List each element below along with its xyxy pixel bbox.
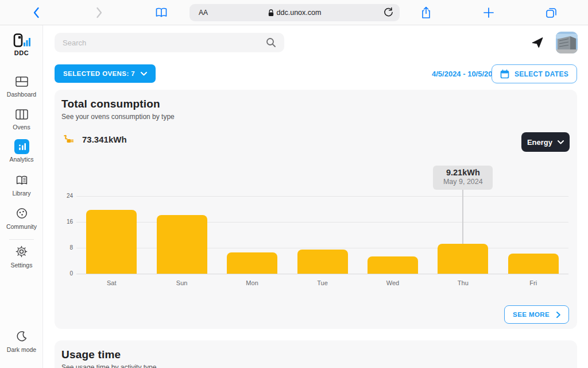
- moon-icon: [14, 329, 29, 344]
- sidebar-label-analytics: Analytics: [0, 156, 43, 163]
- dashboard-icon: [14, 74, 29, 89]
- total-energy-value: 73.341kWh: [82, 135, 127, 144]
- chart-x-label: Wed: [370, 279, 416, 286]
- search-input[interactable]: [63, 39, 266, 47]
- search-icon: [266, 37, 276, 48]
- metric-selector-value: Energy: [527, 138, 552, 147]
- date-range-text: 4/5/2024 - 10/5/2024: [432, 70, 501, 78]
- tabs-overview-icon[interactable]: [543, 0, 559, 25]
- sidebar-divider: [9, 239, 34, 240]
- ovens-icon: [14, 107, 29, 122]
- chart-x-label: Sat: [88, 279, 134, 286]
- sidebar-item-dark-mode[interactable]: Dark mode: [0, 329, 43, 353]
- selected-ovens-button[interactable]: SELECTED OVENS: 7: [55, 64, 156, 83]
- url-text: ddc.unox.com: [277, 9, 322, 17]
- tooltip-date: May 9, 2024: [433, 178, 493, 186]
- sidebar-item-ovens[interactable]: Ovens: [0, 107, 43, 131]
- card-title: Usage time: [61, 348, 121, 361]
- tooltip-line: [462, 190, 463, 244]
- chart-bar-fri[interactable]: [508, 254, 559, 274]
- chart-x-label: Thu: [440, 279, 486, 286]
- browser-toolbar: AA ddc.unox.com: [0, 0, 588, 25]
- chart-y-tick: 16: [59, 218, 73, 225]
- calendar-icon: [500, 70, 509, 79]
- chart-bar-tue[interactable]: [297, 250, 348, 274]
- card-subtitle: See usage time by activity type: [61, 363, 156, 368]
- card-title: Total consumption: [61, 98, 160, 110]
- sidebar-label-community: Community: [0, 223, 43, 230]
- sidebar-label-dark-mode: Dark mode: [0, 346, 43, 353]
- energy-plug-icon: [63, 133, 74, 145]
- tooltip-value: 9.21kWh: [433, 168, 493, 178]
- new-tab-icon[interactable]: [481, 0, 497, 25]
- settings-gear-icon: [14, 244, 29, 259]
- metric-selector-dropdown[interactable]: Energy: [521, 132, 570, 152]
- sidebar-item-dashboard[interactable]: Dashboard: [0, 74, 43, 98]
- back-icon[interactable]: [28, 0, 44, 25]
- chart-bar-wed[interactable]: [368, 256, 418, 274]
- consumption-chart: 9.21kWh May 9, 2024 081624SatSunMonTueWe…: [76, 196, 568, 274]
- chart-bar-sun[interactable]: [157, 215, 207, 274]
- chart-bar-sat[interactable]: [86, 210, 137, 274]
- reader-options-button[interactable]: AA: [199, 9, 208, 17]
- sidebar-item-community[interactable]: Community: [0, 206, 43, 230]
- sidebar: DDC Dashboard Ovens Analytics Library Co…: [0, 25, 43, 368]
- search-bar[interactable]: [55, 33, 284, 52]
- reading-list-icon[interactable]: [153, 0, 169, 25]
- chart-x-label: Sun: [159, 279, 205, 286]
- logo-text: DDC: [0, 49, 43, 56]
- ddc-logo[interactable]: DDC: [0, 33, 43, 56]
- sidebar-label-dashboard: Dashboard: [0, 91, 43, 98]
- chevron-right-icon: [556, 312, 560, 318]
- chart-gridline: [76, 196, 568, 197]
- select-dates-button[interactable]: SELECT DATES: [492, 64, 577, 83]
- share-icon[interactable]: [418, 0, 434, 25]
- chart-y-tick: 24: [59, 193, 73, 199]
- chart-x-label: Fri: [510, 279, 556, 286]
- lock-icon: [268, 9, 274, 17]
- chart-tooltip: 9.21kWh May 9, 2024: [433, 166, 493, 190]
- chart-gridline: [76, 248, 568, 248]
- sidebar-item-settings[interactable]: Settings: [0, 244, 43, 269]
- sidebar-item-library[interactable]: Library: [0, 173, 43, 197]
- total-energy-metric: 73.341kWh: [63, 133, 127, 145]
- chart-y-tick: 0: [59, 270, 73, 277]
- forward-icon[interactable]: [91, 0, 107, 25]
- send-icon[interactable]: [529, 34, 546, 51]
- chevron-down-icon: [141, 72, 147, 76]
- refresh-icon[interactable]: [383, 7, 394, 18]
- chart-bar-thu[interactable]: [438, 244, 488, 274]
- chart-gridline: [76, 222, 568, 223]
- sidebar-label-ovens: Ovens: [0, 124, 43, 131]
- select-dates-label: SELECT DATES: [514, 70, 568, 78]
- chart-bar-mon[interactable]: [227, 252, 277, 274]
- card-subtitle: See your ovens consumption by type: [61, 113, 175, 121]
- analytics-icon: [14, 139, 29, 154]
- sidebar-label-settings: Settings: [0, 262, 43, 269]
- see-more-button[interactable]: SEE MORE: [504, 305, 569, 324]
- chart-x-label: Mon: [229, 279, 275, 286]
- chart-x-label: Tue: [300, 279, 346, 286]
- library-icon: [14, 173, 29, 188]
- chart-y-tick: 8: [59, 244, 73, 251]
- sidebar-item-analytics[interactable]: Analytics: [0, 139, 43, 163]
- see-more-label: SEE MORE: [513, 311, 550, 318]
- sidebar-label-library: Library: [0, 190, 43, 197]
- selected-ovens-label: SELECTED OVENS: 7: [63, 70, 135, 77]
- avatar[interactable]: [556, 32, 578, 53]
- usage-time-card: Usage time See usage time by activity ty…: [55, 340, 577, 368]
- community-icon: [14, 206, 29, 221]
- total-consumption-card: Total consumption See your ovens consump…: [55, 90, 577, 329]
- chevron-down-icon: [558, 140, 564, 144]
- address-bar[interactable]: AA ddc.unox.com: [189, 4, 400, 21]
